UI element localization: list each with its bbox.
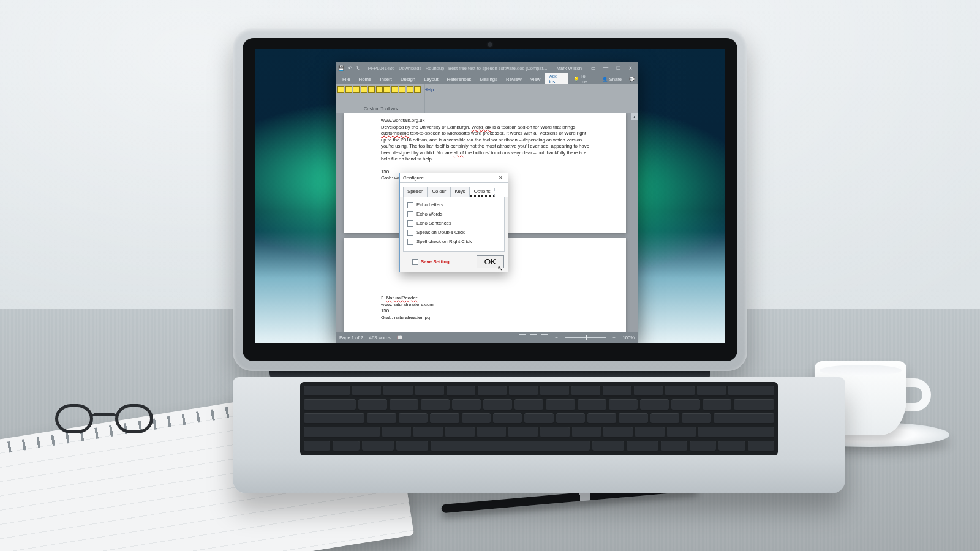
word-window: 💾 ↶ ↻ PFPL041486 - Downloads - Roundup -…: [336, 62, 638, 343]
web-layout-icon[interactable]: [541, 334, 548, 340]
opt-speak-double-click[interactable]: Speak on Double Click: [407, 228, 500, 237]
tab-options[interactable]: Options: [470, 187, 495, 197]
scroll-up-icon[interactable]: ▴: [631, 113, 638, 120]
checkbox[interactable]: [412, 259, 418, 265]
menu-view[interactable]: View: [526, 73, 545, 84]
wordtalk-toolbar: Help: [336, 84, 435, 94]
toolbar-button[interactable]: [383, 86, 390, 93]
toolbar-button[interactable]: [399, 86, 405, 93]
share-icon: 👤: [602, 77, 608, 82]
toolbar-button[interactable]: [353, 86, 360, 93]
status-bar: Page 1 of 2 463 words 📖 − + 100%: [336, 332, 638, 343]
naturalreader-link[interactable]: NaturalReader: [386, 295, 418, 301]
ribbon: Help Custom Toolbars: [336, 84, 638, 113]
user-name[interactable]: Mark Wilson: [554, 66, 584, 71]
toolbar-button[interactable]: [391, 86, 398, 93]
close-icon[interactable]: ✕: [625, 65, 636, 71]
wordtalk-url: www.wordtalk.org.uk: [381, 118, 592, 124]
zoom-slider[interactable]: [565, 337, 606, 338]
opt-echo-sentences[interactable]: Echo Sentences: [407, 219, 500, 228]
tab-colour[interactable]: Colour: [428, 187, 450, 197]
help-link[interactable]: Help: [424, 87, 434, 92]
menu-references[interactable]: References: [443, 73, 476, 84]
zoom-level[interactable]: 100%: [623, 335, 635, 340]
checkbox[interactable]: [407, 230, 413, 236]
dialog-tabs: Speech Colour Keys Options: [400, 183, 508, 197]
title-bar[interactable]: 💾 ↶ ↻ PFPL041486 - Downloads - Roundup -…: [336, 62, 638, 73]
maximize-icon[interactable]: ☐: [612, 65, 624, 71]
grab-line-2: Grab: naturalreader.jpg: [381, 315, 592, 321]
checkbox[interactable]: [407, 220, 413, 227]
laptop-mockup: 💾 ↶ ↻ PFPL041486 - Downloads - Roundup -…: [233, 28, 747, 493]
document-area[interactable]: ▴ www.wordtalk.org.uk Developed by the U…: [336, 113, 638, 332]
keyboard-prop: [300, 382, 778, 455]
naturalreader-url: www.naturalreaders.com: [381, 302, 592, 309]
opt-echo-letters[interactable]: Echo Letters: [407, 200, 500, 209]
redo-icon[interactable]: ↻: [355, 65, 361, 71]
customisable-link: customisable: [381, 130, 409, 136]
undo-icon[interactable]: ↶: [347, 65, 353, 71]
ribbon-group-label: Custom Toolbars: [364, 106, 398, 111]
wordtalk-link[interactable]: WordTalk: [472, 124, 491, 130]
toolbar-button[interactable]: [414, 86, 421, 93]
configure-dialog: Configure ✕ Speech Colour Keys Options E…: [399, 173, 508, 272]
dialog-close-icon[interactable]: ✕: [496, 175, 505, 181]
page-indicator[interactable]: Page 1 of 2: [339, 335, 363, 340]
opt-echo-words[interactable]: Echo Words: [407, 209, 500, 219]
word-count[interactable]: 463 words: [369, 335, 391, 340]
lightbulb-icon: 💡: [573, 77, 579, 82]
zoom-in-icon[interactable]: +: [612, 335, 617, 340]
menu-addins[interactable]: Add-ins: [545, 73, 568, 84]
toolbar-button[interactable]: [368, 86, 375, 93]
share-button[interactable]: 👤Share: [598, 73, 625, 84]
window-title: PFPL041486 - Downloads - Roundup - Best …: [365, 66, 551, 71]
spellcheck-icon[interactable]: 📖: [397, 335, 402, 340]
glasses-prop: [55, 404, 153, 441]
tab-keys[interactable]: Keys: [450, 187, 469, 197]
toolbar-button[interactable]: [345, 86, 352, 93]
allof-text: all of: [454, 150, 464, 156]
checkbox[interactable]: [407, 239, 413, 245]
tell-me[interactable]: 💡Tell me: [568, 73, 598, 84]
laptop-screen: 💾 ↶ ↻ PFPL041486 - Downloads - Roundup -…: [255, 49, 725, 343]
tab-speech[interactable]: Speech: [403, 187, 428, 197]
comments-icon[interactable]: 💬: [625, 73, 638, 84]
save-setting[interactable]: Save Setting: [412, 259, 450, 265]
checkbox[interactable]: [407, 202, 413, 208]
menu-insert[interactable]: Insert: [375, 73, 396, 84]
zoom-out-icon[interactable]: −: [554, 335, 559, 340]
toolbar-button[interactable]: [376, 86, 383, 93]
save-icon[interactable]: 💾: [338, 65, 344, 71]
read-mode-icon[interactable]: [519, 334, 526, 340]
menu-home[interactable]: Home: [355, 73, 376, 84]
dialog-titlebar[interactable]: Configure ✕: [400, 173, 508, 183]
toolbar-button[interactable]: [361, 86, 368, 93]
menu-review[interactable]: Review: [502, 73, 526, 84]
menu-bar: File Home Insert Design Layout Reference…: [336, 73, 638, 84]
print-layout-icon[interactable]: [530, 334, 537, 340]
ribbon-options-icon[interactable]: ▭: [588, 65, 599, 71]
camera-dot: [488, 42, 492, 47]
menu-layout[interactable]: Layout: [420, 73, 442, 84]
section-3-title: 3. NaturalReader: [381, 295, 592, 302]
line-150-2: 150: [381, 308, 592, 315]
toolbar-button[interactable]: [337, 86, 344, 93]
ok-button[interactable]: OK: [477, 255, 504, 268]
menu-mailings[interactable]: Mailings: [475, 73, 502, 84]
menu-design[interactable]: Design: [396, 73, 420, 84]
opt-spellcheck-right-click[interactable]: Spell check on Right Click: [407, 237, 500, 246]
body-paragraph: Developed by the University of Edinburgh…: [381, 124, 592, 163]
options-panel: Echo Letters Echo Words Echo Sentences S…: [403, 197, 505, 252]
view-buttons: [519, 334, 548, 340]
dialog-title: Configure: [403, 175, 424, 181]
toolbar-button[interactable]: [407, 86, 413, 93]
minimize-icon[interactable]: —: [600, 65, 611, 71]
checkbox[interactable]: [407, 211, 413, 217]
menu-file[interactable]: File: [338, 73, 355, 84]
